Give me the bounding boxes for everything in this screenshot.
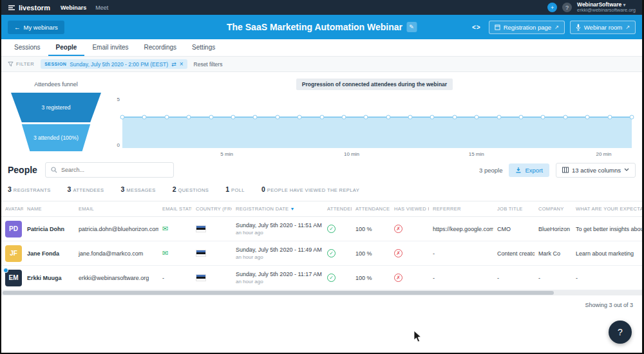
scrollbar-thumb[interactable] [3, 291, 554, 295]
embed-code-icon[interactable]: <> [469, 24, 484, 31]
chart-point [275, 115, 279, 120]
column-header-attendance-rate[interactable]: ATTENDANCE RATE [352, 201, 390, 217]
tab-people[interactable]: People [48, 39, 85, 56]
column-header-email-statuses[interactable]: EMAIL STATUSES [158, 201, 192, 217]
attended-cell: ✓ [323, 266, 352, 290]
people-table: AVATARNAMEEMAILEMAIL STATUSESCOUNTRY (FR… [1, 201, 642, 290]
filter-toggle[interactable]: FILTER [8, 61, 34, 67]
y-tick-top: 5 [113, 97, 120, 102]
country-flag-ee [196, 274, 206, 281]
name-cell: Erkki Muuga [23, 266, 75, 290]
stat-attendees[interactable]: 3ATTENDEES [68, 183, 104, 194]
column-header-avatar[interactable]: AVATAR [1, 201, 23, 217]
chart-point [319, 115, 324, 120]
chart-point [386, 115, 390, 120]
stats-row: 3REGISTRANTS3ATTENDEES3MESSAGES2QUESTION… [1, 183, 642, 201]
external-link-icon: ↗ [554, 24, 559, 30]
name-cell: Patricia Dohn [23, 217, 75, 241]
column-header-has-viewed-replay[interactable]: HAS VIEWED REPLAY [390, 201, 429, 217]
table-row[interactable]: EMErkki Muugaerkki@webinarsoftware.org-S… [1, 266, 642, 290]
chip-type-label: SESSION [44, 62, 66, 66]
tab-sessions[interactable]: Sessions [6, 39, 48, 56]
attendees-funnel: Attendees funnel 3 registered3 attended … [8, 79, 104, 153]
help-menu-button[interactable]: ? [562, 3, 572, 12]
tab-email-invites[interactable]: Email invites [84, 39, 136, 56]
brand-name: livestorm [19, 4, 50, 12]
table-row[interactable]: PDPatricia Dohnpatricia.dohn@bluehorizon… [1, 217, 642, 241]
column-header-what-are-your-expectations-from-this[interactable]: WHAT ARE YOUR EXPECTATIONS FROM THIS ... [572, 201, 642, 217]
people-header: People 3 people Export 13 active c [1, 154, 642, 183]
shuffle-icon[interactable]: ⇄ [171, 61, 176, 68]
filter-icon [8, 61, 14, 67]
my-webinars-button[interactable]: ← My webinars [8, 21, 64, 34]
support-fab-button[interactable]: ? [609, 321, 632, 344]
stat-label: POLL [231, 187, 245, 193]
people-count: 3 people [479, 167, 502, 174]
stat-value: 0 [261, 185, 265, 193]
topnav-item-meet[interactable]: Meet [95, 5, 108, 11]
chart-point [164, 115, 169, 120]
tab-settings[interactable]: Settings [184, 39, 223, 56]
chart-point [519, 115, 524, 120]
active-columns-dropdown[interactable]: 13 active columns [556, 163, 636, 178]
livestorm-logo-icon [8, 5, 15, 11]
chart-point [452, 115, 457, 120]
column-header-attended[interactable]: ATTENDED [323, 201, 352, 217]
referrer-cell[interactable]: https://keep.google.com/ [429, 217, 493, 241]
chart-point [475, 115, 479, 120]
edit-title-button[interactable]: ✎ [406, 22, 417, 32]
livestorm-brand[interactable]: livestorm [8, 4, 50, 12]
active-columns-label: 13 active columns [572, 167, 621, 174]
livestorm-app: livestorm WebinarsMeet + ? WebinarSoftwa… [0, 0, 644, 354]
topnav-item-webinars[interactable]: Webinars [61, 5, 86, 11]
column-header-company[interactable]: COMPANY [535, 201, 572, 217]
column-header-referrer[interactable]: REFERRER [429, 201, 493, 217]
replay-cross-icon: ✗ [394, 249, 402, 257]
external-link-icon: ↗ [625, 24, 630, 30]
country-cell [192, 266, 232, 290]
chart-point [341, 115, 346, 120]
webinar-room-button[interactable]: Webinar room ↗ [570, 21, 636, 34]
stat-messages[interactable]: 3MESSAGES [121, 183, 156, 194]
attendees-progression-chart: Progression of connected attendees durin… [104, 79, 636, 153]
close-icon[interactable]: × [180, 61, 184, 68]
column-header-registration-date[interactable]: REGISTRATION DATE ▼ [232, 201, 323, 217]
header-actions: <> Registration page ↗ Webinar room ↗ [469, 21, 636, 34]
company-cell: BlueHorizon [535, 217, 572, 241]
stat-registrants[interactable]: 3REGISTRANTS [8, 183, 51, 194]
attended-cell: ✓ [323, 217, 352, 241]
referrer-cell: - [429, 266, 493, 290]
table-row[interactable]: JFJane Fondajane.fonda@markco.com✉Sunday… [1, 241, 642, 266]
horizontal-scrollbar[interactable] [1, 290, 642, 295]
team-badge-icon [3, 268, 8, 273]
people-table-wrap: AVATARNAMEEMAILEMAIL STATUSESCOUNTRY (FR… [1, 201, 642, 290]
tab-recordings[interactable]: Recordings [137, 39, 185, 56]
account-menu[interactable]: WebinarSoftware ▾ erkki@webinarsoftware.… [577, 2, 636, 14]
chevron-down-icon: ▾ [623, 3, 626, 7]
column-header-country-from-ip[interactable]: COUNTRY (FROM IP) [192, 201, 232, 217]
email-sent-icon: ✉ [162, 249, 168, 257]
replay-cell: ✗ [390, 266, 429, 290]
registration-page-button[interactable]: Registration page ↗ [489, 21, 565, 34]
search-input[interactable] [61, 167, 168, 173]
create-webinar-button[interactable]: + [547, 3, 557, 12]
column-header-name[interactable]: NAME [23, 201, 75, 217]
stat-people-have-viewed-the-replay[interactable]: 0PEOPLE HAVE VIEWED THE REPLAY [261, 183, 359, 194]
chart-y-axis: 5 0 [113, 97, 122, 148]
chart-plot-row: 5 0 5 min10 min15 min20 min [113, 97, 636, 148]
column-header-email[interactable]: EMAIL [75, 201, 158, 217]
session-filter-chip[interactable]: SESSION Sunday, July 5th 2020 - 2:00 PM … [41, 59, 187, 69]
chart-point [497, 115, 501, 120]
sort-desc-icon[interactable]: ▼ [289, 207, 294, 211]
export-button[interactable]: Export [509, 163, 549, 177]
funnel-stage-1: 3 attended (100%) [11, 124, 101, 151]
chart-point [430, 115, 435, 120]
column-header-job-title[interactable]: JOB TITLE [493, 201, 535, 217]
stat-questions[interactable]: 2QUESTIONS [173, 183, 209, 194]
reset-filters-link[interactable]: Reset filters [194, 61, 223, 68]
email-status-cell: ✉ [158, 241, 192, 266]
job-title-cell: Content creator [493, 241, 535, 266]
expectations-cell: Learn about marketing [572, 241, 642, 266]
stat-poll[interactable]: 1POLL [225, 183, 245, 194]
analytics-section: Attendees funnel 3 registered3 attended … [1, 72, 642, 154]
